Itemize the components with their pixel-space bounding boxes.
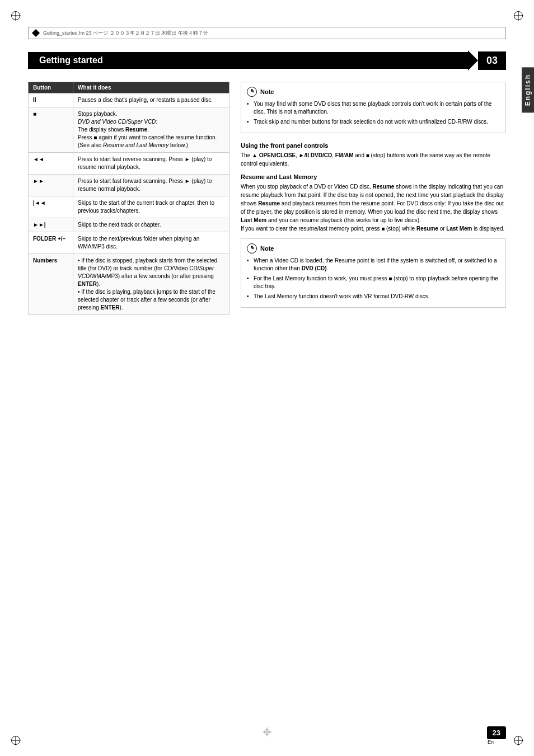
description-cell: • If the disc is stopped, playback start… bbox=[73, 254, 229, 315]
button-cell: II bbox=[29, 93, 73, 107]
resume-title: Resume and Last Memory bbox=[241, 173, 506, 180]
table-row: |◄◄Skips to the start of the current tra… bbox=[29, 196, 229, 218]
right-column: ✎ Note You may find with some DVD discs … bbox=[241, 82, 506, 317]
note-icon-2: ✎ bbox=[247, 243, 257, 253]
table-row: Numbers• If the disc is stopped, playbac… bbox=[29, 254, 229, 315]
button-table: Button What it does IIPauses a disc that… bbox=[28, 82, 229, 315]
header-section: Getting started 03 bbox=[28, 50, 506, 71]
note-item: For the Last Memory function to work, yo… bbox=[247, 275, 500, 290]
button-cell: Numbers bbox=[29, 254, 73, 315]
col-header-action: What it does bbox=[73, 82, 229, 93]
description-cell: Stops playback.DVD and Video CD/Super VC… bbox=[73, 107, 229, 153]
table-row: ■Stops playback.DVD and Video CD/Super V… bbox=[29, 107, 229, 153]
table-row: ►►|Skips to the next track or chapter. bbox=[29, 218, 229, 232]
note-item: You may find with some DVD discs that so… bbox=[247, 100, 500, 116]
page-en: En bbox=[488, 739, 494, 745]
note-2-list: When a Video CD is loaded, the Resume po… bbox=[247, 257, 500, 300]
note-icon-1: ✎ bbox=[247, 87, 257, 97]
button-cell: ►►| bbox=[29, 218, 73, 232]
note-1-header: ✎ Note bbox=[247, 87, 500, 97]
page-title: Getting started bbox=[28, 52, 468, 69]
english-tab: English bbox=[522, 67, 534, 112]
note-item: The Last Memory function doesn't work wi… bbox=[247, 293, 500, 300]
page-number: 23 bbox=[487, 726, 506, 739]
description-cell: Skips to the start of the current track … bbox=[73, 196, 229, 218]
description-cell: Skips to the next track or chapter. bbox=[73, 218, 229, 232]
two-column-layout: Button What it does IIPauses a disc that… bbox=[28, 82, 506, 317]
note-2-header: ✎ Note bbox=[247, 243, 500, 253]
button-cell: ■ bbox=[29, 107, 73, 153]
note-1-list: You may find with some DVD discs that so… bbox=[247, 100, 500, 126]
button-cell: ►► bbox=[29, 175, 73, 196]
table-row: ►►Press to start fast forward scanning. … bbox=[29, 175, 229, 196]
col-header-button: Button bbox=[29, 82, 73, 93]
button-cell: FOLDER +/– bbox=[29, 232, 73, 254]
button-cell: ◄◄ bbox=[29, 153, 73, 175]
table-row: ◄◄Press to start fast reverse scanning. … bbox=[29, 153, 229, 175]
chapter-number: 03 bbox=[478, 51, 506, 70]
note-item: Track skip and number buttons for track … bbox=[247, 118, 500, 126]
top-bar: Getting_started.fm 23 ページ ２００３年２月２７日 木曜日… bbox=[28, 27, 506, 39]
front-panel-content: The ▲ OPEN/CLOSE, ►/II DVD/CD, FM/AM and… bbox=[241, 151, 506, 168]
button-cell: |◄◄ bbox=[29, 196, 73, 218]
note-item: When a Video CD is loaded, the Resume po… bbox=[247, 257, 500, 273]
bottom-reg-mark bbox=[263, 727, 271, 736]
main-content: Getting started 03 Button What it does I… bbox=[28, 45, 506, 728]
front-panel-title: Using the front panel controls bbox=[241, 142, 506, 149]
header-arrow bbox=[468, 50, 478, 71]
left-column: Button What it does IIPauses a disc that… bbox=[28, 82, 229, 317]
note-box-2: ✎ Note When a Video CD is loaded, the Re… bbox=[241, 238, 506, 308]
table-row: FOLDER +/–Skips to the next/previous fol… bbox=[29, 232, 229, 254]
note-2-title: Note bbox=[260, 244, 274, 253]
description-cell: Skips to the next/previous folder when p… bbox=[73, 232, 229, 254]
note-box-1: ✎ Note You may find with some DVD discs … bbox=[241, 82, 506, 133]
diamond-icon bbox=[32, 29, 40, 37]
resume-content: When you stop playback of a DVD or Video… bbox=[241, 182, 506, 233]
description-cell: Pauses a disc that's playing, or restart… bbox=[73, 93, 229, 107]
table-row: IIPauses a disc that's playing, or resta… bbox=[29, 93, 229, 107]
note-1-title: Note bbox=[260, 87, 274, 97]
description-cell: Press to start fast reverse scanning. Pr… bbox=[73, 153, 229, 175]
top-bar-text: Getting_started.fm 23 ページ ２００３年２月２７日 木曜日… bbox=[43, 30, 208, 37]
description-cell: Press to start fast forward scanning. Pr… bbox=[73, 175, 229, 196]
